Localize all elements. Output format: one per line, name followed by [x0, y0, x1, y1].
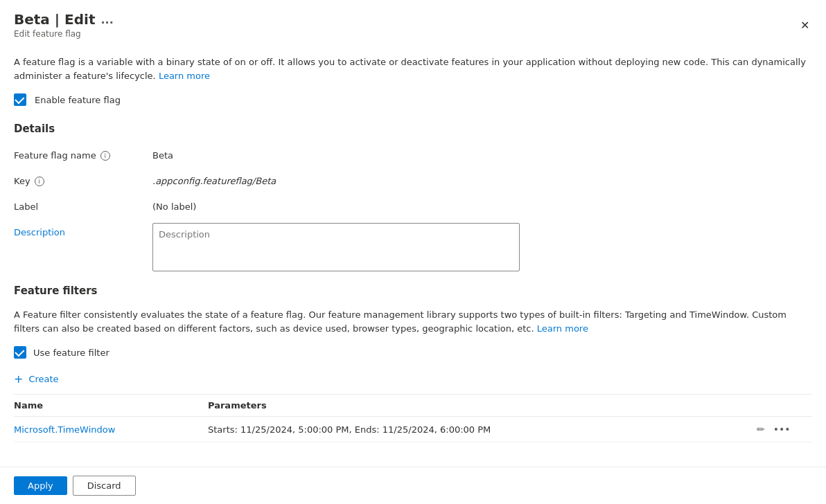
filter-name-cell: Microsoft.TimeWindow — [14, 424, 208, 435]
use-filter-checkbox[interactable] — [14, 346, 26, 359]
feature-filters-section: Feature filters A Feature filter consist… — [14, 285, 812, 442]
label-row: Label (No label) — [14, 197, 812, 212]
feature-flag-name-value: Beta — [152, 146, 812, 161]
intro-learn-more-link[interactable]: Learn more — [159, 71, 210, 81]
feature-flag-name-row: Feature flag name i Beta — [14, 146, 812, 161]
key-value: .appconfig.featureflag/Beta — [152, 172, 812, 186]
panel-title: Beta | Edit ... — [14, 11, 114, 28]
panel-footer: Apply Discard — [0, 467, 826, 504]
create-filter-label[interactable]: Create — [28, 374, 58, 384]
create-plus-icon: + — [14, 372, 23, 386]
filters-learn-more-link[interactable]: Learn more — [537, 323, 588, 334]
key-row: Key i .appconfig.featureflag/Beta — [14, 172, 812, 186]
panel-title-text: Beta | Edit — [14, 11, 96, 28]
panel-header: Beta | Edit ... Edit feature flag ✕ — [0, 0, 826, 44]
more-options-icon[interactable]: ••• — [773, 424, 791, 435]
create-filter-row[interactable]: + Create — [14, 372, 812, 386]
enable-feature-flag-label: Enable feature flag — [35, 95, 121, 105]
label-label: Label — [14, 197, 152, 212]
edit-filter-icon[interactable]: ✏ — [757, 424, 765, 435]
enable-feature-flag-checkbox[interactable] — [14, 93, 26, 106]
panel-subtitle: Edit feature flag — [14, 29, 114, 39]
details-section-title: Details — [14, 123, 812, 135]
description-row: Description — [14, 223, 812, 273]
description-input-wrapper — [152, 223, 812, 273]
col-header-actions — [757, 400, 812, 411]
enable-feature-flag-row: Enable feature flag — [14, 93, 812, 106]
col-header-parameters: Parameters — [208, 400, 757, 411]
col-header-name: Name — [14, 400, 208, 411]
details-form: Feature flag name i Beta Key i .appconfi… — [14, 146, 812, 273]
feature-filters-title: Feature filters — [14, 285, 812, 297]
feature-flag-name-info-icon[interactable]: i — [100, 151, 110, 161]
discard-button[interactable]: Discard — [73, 476, 136, 496]
description-input[interactable] — [152, 223, 520, 271]
filter-params-cell: Starts: 11/25/2024, 5:00:00 PM, Ends: 11… — [208, 424, 757, 435]
feature-flag-name-label: Feature flag name i — [14, 146, 152, 161]
key-info-icon[interactable]: i — [35, 177, 44, 186]
close-button[interactable]: ✕ — [798, 16, 812, 35]
filters-table-body: Microsoft.TimeWindow Starts: 11/25/2024,… — [14, 417, 812, 442]
use-filter-row: Use feature filter — [14, 346, 812, 359]
intro-text: A feature flag is a variable with a bina… — [14, 55, 812, 82]
apply-button[interactable]: Apply — [14, 476, 67, 495]
table-row: Microsoft.TimeWindow Starts: 11/25/2024,… — [14, 417, 812, 442]
edit-panel: Beta | Edit ... Edit feature flag ✕ A fe… — [0, 0, 826, 504]
use-filter-label: Use feature filter — [33, 348, 109, 358]
filter-actions-cell: ✏ ••• — [757, 424, 812, 435]
key-label: Key i — [14, 172, 152, 186]
filters-table-header: Name Parameters — [14, 395, 812, 417]
description-label: Description — [14, 223, 152, 237]
filters-info-text: A Feature filter consistently evaluates … — [14, 308, 812, 335]
panel-body: A feature flag is a variable with a bina… — [0, 44, 826, 467]
panel-ellipsis[interactable]: ... — [101, 13, 114, 26]
label-value: (No label) — [152, 197, 812, 212]
